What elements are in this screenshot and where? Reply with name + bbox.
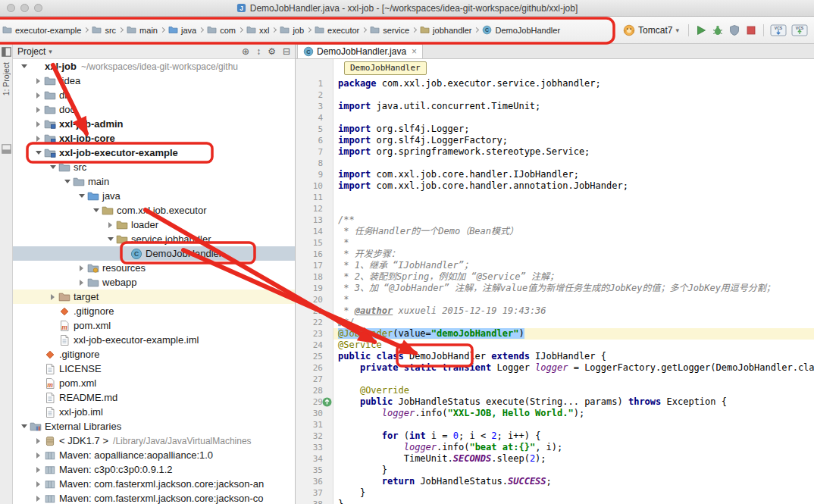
code-line-15[interactable]: 15 * bbox=[296, 237, 814, 249]
line-number[interactable]: 38 bbox=[296, 499, 333, 504]
tree-item-service-jobhandler[interactable]: service.jobhandler bbox=[13, 232, 295, 246]
collapsed-arrow-icon[interactable] bbox=[33, 92, 44, 99]
scroll-from-source-icon[interactable]: ⊕ bbox=[242, 47, 249, 56]
breadcrumb-item-executor[interactable]: executor bbox=[314, 24, 360, 36]
code-text[interactable] bbox=[333, 112, 814, 124]
line-number[interactable]: 20 bbox=[296, 294, 333, 305]
line-number[interactable]: 9 bbox=[296, 169, 333, 180]
breadcrumb-item-executor-example[interactable]: executor-example bbox=[2, 24, 82, 36]
tree-item-java[interactable]: java bbox=[13, 189, 295, 203]
code-text[interactable]: import org.slf4j.LoggerFactory; bbox=[333, 135, 814, 146]
line-number[interactable]: 3 bbox=[296, 101, 333, 112]
code-line-6[interactable]: 6import org.slf4j.LoggerFactory; bbox=[296, 135, 814, 146]
code-text[interactable]: } bbox=[333, 465, 814, 476]
code-line-25[interactable]: 25public class DemoJobHandler extends IJ… bbox=[296, 351, 814, 362]
tree-item-xxl-job-executor-example-iml[interactable]: xxl-job-executor-example.iml bbox=[13, 333, 295, 347]
line-number[interactable]: 7 bbox=[296, 146, 333, 158]
code-line-31[interactable]: 31 bbox=[296, 419, 814, 430]
expanded-arrow-icon[interactable] bbox=[47, 165, 58, 169]
line-number[interactable]: 36 bbox=[296, 476, 333, 487]
zoom-window-button[interactable] bbox=[34, 4, 42, 12]
code-line-36[interactable]: 36 return JobHandleStatus.SUCCESS; bbox=[296, 476, 814, 487]
hide-panel-icon[interactable]: ⊟ bbox=[283, 47, 290, 56]
tree-item-pom-xml[interactable]: mpom.xml bbox=[13, 376, 295, 390]
code-line-17[interactable]: 17 * 1、继承 “IJobHandler”； bbox=[296, 260, 814, 271]
stop-button[interactable] bbox=[745, 24, 757, 36]
line-number[interactable]: 4 bbox=[296, 112, 333, 124]
collapsed-arrow-icon[interactable] bbox=[76, 280, 87, 286]
code-line-23[interactable]: 23@JobHander(value="demoJobHandler") bbox=[296, 328, 814, 340]
code-text[interactable]: * 3、加 “@JobHander” 注解，注解value值为新增任务生成的Jo… bbox=[333, 283, 814, 294]
line-number[interactable]: 13 bbox=[296, 214, 333, 226]
code-text[interactable]: * @author xuxueli 2015-12-19 19:43:36 bbox=[333, 305, 814, 317]
breadcrumb-item-xxl[interactable]: xxl bbox=[246, 24, 270, 36]
line-number[interactable]: 32 bbox=[296, 430, 333, 442]
collapsed-arrow-icon[interactable] bbox=[33, 78, 44, 84]
code-text[interactable]: for (int i = 0; i < 2; i++) { bbox=[333, 430, 814, 442]
editor-tab-demojobhandler[interactable]: C DemoJobHandler.java × bbox=[297, 44, 423, 58]
code-line-18[interactable]: 18 * 2、装配到Spring，例如加 “@Service” 注解； bbox=[296, 271, 814, 283]
intention-bulb-icon[interactable] bbox=[335, 317, 344, 327]
tree-item-db[interactable]: db bbox=[13, 88, 295, 102]
code-line-28[interactable]: 28 @Override bbox=[296, 385, 814, 396]
code-text[interactable]: * 1、继承 “IJobHandler”； bbox=[333, 260, 814, 271]
code-line-14[interactable]: 14 * 任务Handler的一个Demo（Bean模式） bbox=[296, 226, 814, 237]
code-line-1[interactable]: 1package com.xxl.job.executor.service.jo… bbox=[296, 78, 814, 89]
code-line-29[interactable]: 29 public JobHandleStatus execute(String… bbox=[296, 396, 814, 408]
code-text[interactable]: } bbox=[333, 487, 814, 499]
collapsed-arrow-icon[interactable] bbox=[33, 467, 44, 473]
vcs-commit-button[interactable]: VCS bbox=[791, 24, 808, 36]
line-number[interactable]: 33 bbox=[296, 442, 333, 453]
code-text[interactable]: /** bbox=[333, 214, 814, 226]
code-line-12[interactable]: 12 bbox=[296, 203, 814, 214]
tree-item-pom-xml[interactable]: mpom.xml bbox=[13, 318, 295, 333]
code-text[interactable]: return JobHandleStatus.SUCCESS; bbox=[333, 476, 814, 487]
secondary-toolwindow-icon[interactable] bbox=[2, 144, 11, 154]
collapsed-arrow-icon[interactable] bbox=[33, 496, 44, 502]
code-line-16[interactable]: 16 * 开发步骤： bbox=[296, 249, 814, 260]
editor-body[interactable]: 1package com.xxl.job.executor.service.jo… bbox=[296, 59, 814, 504]
breadcrumb-item-job[interactable]: job bbox=[279, 24, 305, 36]
code-text[interactable]: import com.xxl.job.core.handler.IJobHand… bbox=[333, 169, 814, 180]
code-text[interactable] bbox=[333, 419, 814, 430]
line-number[interactable]: 17 bbox=[296, 260, 333, 271]
breadcrumb-item-src[interactable]: src bbox=[91, 24, 117, 36]
vcs-update-button[interactable]: VCS bbox=[770, 24, 787, 36]
code-line-5[interactable]: 5import org.slf4j.Logger; bbox=[296, 124, 814, 135]
project-view-selector[interactable]: Project ▾ bbox=[17, 46, 52, 57]
collapsed-arrow-icon[interactable] bbox=[33, 481, 44, 487]
code-line-10[interactable]: 10import com.xxl.job.core.handler.annota… bbox=[296, 180, 814, 192]
run-configuration-selector[interactable]: Tomcat7 ▾ bbox=[620, 23, 682, 38]
collapsed-arrow-icon[interactable] bbox=[33, 121, 44, 127]
line-number[interactable]: 19 bbox=[296, 283, 333, 294]
tree-item-src[interactable]: src bbox=[13, 160, 295, 174]
line-number[interactable]: 2 bbox=[296, 89, 333, 101]
line-number[interactable]: 5 bbox=[296, 124, 333, 135]
tree-item-xxl-job-iml[interactable]: xxl-job.iml bbox=[13, 405, 295, 419]
code-text[interactable]: TimeUnit.SECONDS.sleep(2); bbox=[333, 453, 814, 465]
code-line-32[interactable]: 32 for (int i = 0; i < 2; i++) { bbox=[296, 430, 814, 442]
code-line-26[interactable]: 26 private static transient Logger logge… bbox=[296, 362, 814, 374]
code-text[interactable] bbox=[333, 89, 814, 101]
line-number[interactable]: 24 bbox=[296, 340, 333, 351]
tree-item-gitignore[interactable]: .gitignore bbox=[13, 304, 295, 318]
breadcrumb-item-jobhandler[interactable]: jobhandler bbox=[419, 24, 472, 36]
code-text[interactable]: public class DemoJobHandler extends IJob… bbox=[333, 351, 814, 362]
code-line-33[interactable]: 33 logger.info("beat at:{}", i); bbox=[296, 442, 814, 453]
code-text[interactable]: } bbox=[333, 499, 814, 504]
code-text[interactable]: * bbox=[333, 237, 814, 249]
tree-item-license[interactable]: LICENSE bbox=[13, 362, 295, 376]
project-toolwindow-icon[interactable] bbox=[2, 47, 11, 57]
expanded-arrow-icon[interactable] bbox=[61, 180, 73, 183]
line-number[interactable]: 15 bbox=[296, 237, 333, 249]
code-line-38[interactable]: 38} bbox=[296, 499, 814, 504]
tree-item-loader[interactable]: loader bbox=[13, 218, 295, 232]
breadcrumb-item-com[interactable]: com bbox=[206, 24, 236, 36]
breadcrumb-item-service[interactable]: service bbox=[369, 24, 410, 36]
expanded-arrow-icon[interactable] bbox=[90, 208, 102, 212]
tree-item-readme-md[interactable]: README.md bbox=[13, 390, 295, 405]
code-line-27[interactable]: 27 bbox=[296, 374, 814, 385]
code-text[interactable]: @JobHander(value="demoJobHandler") bbox=[333, 328, 814, 340]
override-gutter-icon[interactable] bbox=[322, 397, 332, 407]
code-line-13[interactable]: 13/** bbox=[296, 214, 814, 226]
